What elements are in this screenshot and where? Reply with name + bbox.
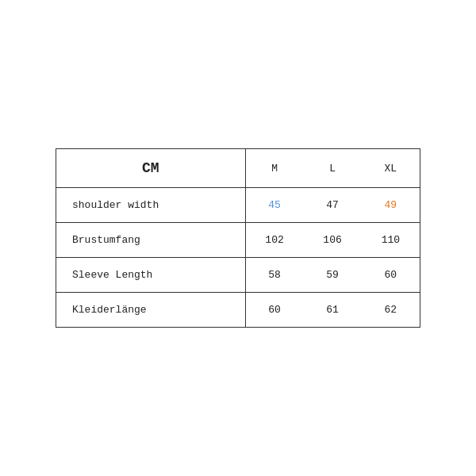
m-header: M bbox=[245, 149, 303, 188]
row-xl-value: 110 bbox=[362, 223, 420, 258]
row-l-value: 47 bbox=[303, 188, 361, 223]
row-l-value: 106 bbox=[303, 223, 361, 258]
xl-header: XL bbox=[362, 149, 420, 188]
row-m-value: 45 bbox=[245, 188, 303, 223]
row-l-value: 61 bbox=[303, 293, 361, 328]
row-label: Sleeve Length bbox=[56, 258, 245, 293]
size-chart: CM M L XL shoulder width454749Brustumfan… bbox=[56, 148, 420, 328]
row-xl-value: 62 bbox=[362, 293, 420, 328]
row-m-value: 102 bbox=[245, 223, 303, 258]
row-l-value: 59 bbox=[303, 258, 361, 293]
row-label: shoulder width bbox=[56, 188, 245, 223]
table-row: Kleiderlänge606162 bbox=[56, 293, 420, 328]
row-m-value: 58 bbox=[245, 258, 303, 293]
unit-header: CM bbox=[56, 149, 245, 188]
row-label: Kleiderlänge bbox=[56, 293, 245, 328]
l-header: L bbox=[303, 149, 361, 188]
table-row: Sleeve Length585960 bbox=[56, 258, 420, 293]
table-row: shoulder width454749 bbox=[56, 188, 420, 223]
row-m-value: 60 bbox=[245, 293, 303, 328]
row-xl-value: 49 bbox=[362, 188, 420, 223]
table-row: Brustumfang102106110 bbox=[56, 223, 420, 258]
row-label: Brustumfang bbox=[56, 223, 245, 258]
row-xl-value: 60 bbox=[362, 258, 420, 293]
